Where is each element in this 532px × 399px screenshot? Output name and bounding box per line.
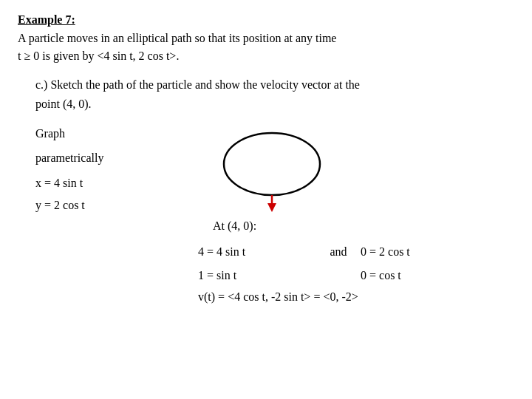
ellipse-svg bbox=[198, 123, 346, 212]
section-c-line2: point (4, 0). bbox=[35, 98, 92, 110]
svg-marker-2 bbox=[267, 203, 276, 212]
vt-equation: v(t) = <4 cos t, -2 sin t> = <0, -2> bbox=[198, 290, 514, 304]
intro-line1: A particle moves in an elliptical path s… bbox=[18, 32, 336, 44]
section-c-line1: c.) Sketch the path of the particle and … bbox=[35, 78, 360, 91]
ellipse-container bbox=[198, 123, 346, 212]
eq1-left: 4 = 4 sin t bbox=[198, 240, 316, 264]
section-c: c.) Sketch the path of the particle and … bbox=[35, 75, 514, 113]
left-column: Graph parametrically x = 4 sin t y = 2 c… bbox=[35, 123, 198, 216]
eq1-middle: and bbox=[316, 240, 361, 264]
at-point-label: At (4, 0): bbox=[213, 219, 514, 233]
eq2-left: 1 = sin t bbox=[198, 264, 316, 287]
svg-point-0 bbox=[224, 133, 320, 195]
intro-text: A particle moves in an elliptical path s… bbox=[18, 30, 514, 65]
eq-x: x = 4 sin t bbox=[35, 172, 198, 194]
eq-row-1: 4 = 4 sin t and 0 = 2 cos t bbox=[198, 240, 514, 264]
right-column: At (4, 0): 4 = 4 sin t and 0 = 2 cos t 1… bbox=[198, 123, 514, 304]
parametrically-label: parametrically bbox=[35, 148, 198, 169]
eq2-right: 0 = cos t bbox=[361, 264, 479, 287]
intro-line2: t ≥ 0 is given by <4 sin t, 2 cos t>. bbox=[18, 50, 179, 62]
graph-label: Graph bbox=[35, 123, 198, 145]
graph-area: Graph parametrically x = 4 sin t y = 2 c… bbox=[35, 123, 514, 304]
eq-row-2: 1 = sin t 0 = cos t bbox=[198, 264, 514, 287]
eq-y: y = 2 cos t bbox=[35, 194, 198, 216]
equations-block: 4 = 4 sin t and 0 = 2 cos t 1 = sin t 0 … bbox=[198, 240, 514, 304]
eq1-right: 0 = 2 cos t bbox=[361, 240, 479, 264]
example-title: Example 7: bbox=[18, 13, 514, 27]
